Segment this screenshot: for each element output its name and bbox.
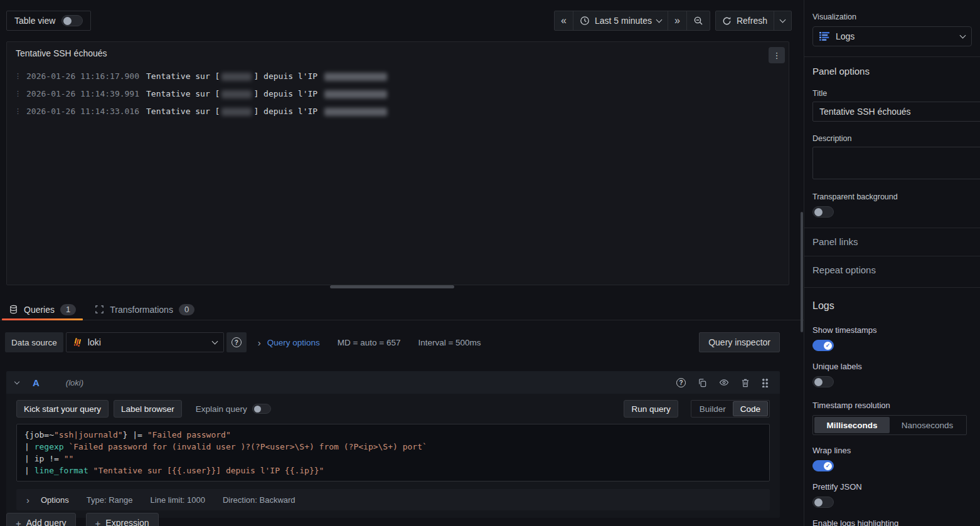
time-controls: « Last 5 minutes » Refresh <box>554 11 792 31</box>
prettify-json-toggle[interactable] <box>812 497 834 508</box>
datasource-name: loki <box>88 337 208 347</box>
code-editor[interactable]: {job=~"ssh|journald"} |= "Failed passwor… <box>16 424 770 481</box>
builder-mode-option[interactable]: Builder <box>693 401 733 416</box>
plus-icon: + <box>95 518 101 526</box>
delete-query-trash-icon[interactable] <box>741 378 750 387</box>
show-timestamps-toggle[interactable]: ✓ <box>812 340 834 351</box>
option-direction: Direction: Backward <box>223 495 296 505</box>
query-row-header[interactable]: A (loki) ? <box>6 371 780 394</box>
toggle-knob <box>814 208 823 216</box>
code-line[interactable]: | line_format "Tentative sur [{{.user}}]… <box>24 465 762 476</box>
option-type: Type: Range <box>87 495 133 505</box>
query-editor-body: Kick start your query Label browser Expl… <box>6 394 780 518</box>
code-token: "Tentative sur [{{.user}}] depuis l'IP {… <box>93 466 324 475</box>
datasource-row: Data source loki ? › Query options MD = … <box>5 331 780 354</box>
query-help-icon[interactable]: ? <box>676 378 686 387</box>
prettify-json-label: Prettify JSON <box>812 482 980 492</box>
toggle-knob <box>814 498 823 507</box>
log-message: Tentative sur [] depuis l'IP <box>146 89 389 98</box>
milliseconds-option[interactable]: Milliseconds <box>814 417 890 433</box>
redacted-ip <box>324 108 387 116</box>
zoom-out-time-button[interactable] <box>686 11 710 30</box>
visualization-picker[interactable]: Logs <box>812 26 972 46</box>
time-range-group: « Last 5 minutes » <box>554 11 710 31</box>
tab-transformations[interactable]: Transformations 0 <box>87 299 202 320</box>
code-line[interactable]: | ip != "" <box>24 453 762 465</box>
time-range-picker[interactable]: Last 5 minutes <box>573 11 668 30</box>
table-view-control: Table view <box>6 11 91 31</box>
query-ref-id[interactable]: A <box>33 377 40 388</box>
datasource-help-button[interactable]: ? <box>226 332 247 352</box>
editor-tabs: Queries 1 Transformations 0 <box>0 299 804 320</box>
panel-resize-handle[interactable] <box>330 285 454 288</box>
kick-start-query-button[interactable]: Kick start your query <box>16 400 109 418</box>
label-browser-button[interactable]: Label browser <box>114 400 182 418</box>
tab-queries[interactable]: Queries 1 <box>1 299 83 320</box>
table-view-toggle[interactable] <box>61 15 83 26</box>
code-line[interactable]: {job=~"ssh|journald"} |= "Failed passwor… <box>24 429 762 441</box>
repeat-options-section[interactable]: Repeat options <box>812 265 980 275</box>
log-timestamp: 2026-01-26 11:14:33.016 <box>26 107 139 116</box>
redacted-user <box>221 108 252 116</box>
run-query-button[interactable]: Run query <box>624 400 678 418</box>
divider <box>804 228 980 228</box>
datasource-picker[interactable]: loki <box>66 332 224 352</box>
timestamp-resolution-label: Timestamp resolution <box>812 401 980 410</box>
redacted-ip <box>324 90 387 98</box>
log-row[interactable]: ⋮2026-01-26 11:16:17.900Tentative sur []… <box>14 67 781 85</box>
collapse-chevron-icon[interactable] <box>14 379 19 384</box>
panel-title-input[interactable] <box>812 102 980 122</box>
panel-links-section[interactable]: Panel links <box>812 236 980 247</box>
kebab-icon: ⋮ <box>773 51 781 60</box>
unique-labels-label: Unique labels <box>812 362 980 371</box>
chevron-down-icon <box>211 339 218 345</box>
code-token: "Failed password" <box>147 430 231 439</box>
option-line-limit: Line limit: 1000 <box>151 495 205 505</box>
double-chevron-right-icon: » <box>674 16 680 26</box>
wrap-lines-label: Wrap lines <box>812 446 980 455</box>
refresh-button[interactable]: Refresh <box>716 11 774 30</box>
refresh-group: Refresh <box>715 11 792 31</box>
panel-options-sidebar: Visualization Logs Panel options Title D… <box>804 0 980 526</box>
code-line[interactable]: | regexp `Failed password for (invalid u… <box>24 441 762 453</box>
query-options-row: › Options Type: Range Line limit: 1000 D… <box>16 489 770 510</box>
time-shift-back-button[interactable]: « <box>555 11 573 30</box>
query-inspector-button[interactable]: Query inspector <box>699 332 780 352</box>
panel-editor-main: Table view « Last 5 minutes » <box>0 0 804 526</box>
loki-icon <box>73 337 83 347</box>
panel-menu-button[interactable]: ⋮ <box>769 47 785 63</box>
divider <box>804 256 980 256</box>
add-expression-button[interactable]: + Expression <box>86 513 159 526</box>
drag-handle-icon[interactable] <box>762 377 769 387</box>
log-row-menu-icon[interactable]: ⋮ <box>14 72 19 80</box>
log-timestamp: 2026-01-26 11:16:17.900 <box>26 71 139 81</box>
options-toggle-label[interactable]: Options <box>41 495 69 505</box>
chevron-down-icon <box>960 33 966 39</box>
refresh-interval-dropdown[interactable] <box>774 11 791 30</box>
log-row-menu-icon[interactable]: ⋮ <box>14 107 19 115</box>
hide-query-eye-icon[interactable] <box>719 377 729 387</box>
panel-description-textarea[interactable] <box>812 147 980 179</box>
code-mode-option[interactable]: Code <box>733 401 768 416</box>
nanoseconds-option[interactable]: Nanoseconds <box>890 417 965 433</box>
log-row[interactable]: ⋮2026-01-26 11:14:33.016Tentative sur []… <box>14 102 781 120</box>
timestamp-resolution-switch: Milliseconds Nanoseconds <box>812 415 967 435</box>
transparent-bg-toggle[interactable] <box>812 206 834 218</box>
table-view-label: Table view <box>14 16 55 26</box>
time-shift-forward-button[interactable]: » <box>668 11 686 30</box>
add-query-button[interactable]: + Add query <box>6 513 76 526</box>
code-token <box>88 466 93 475</box>
tab-transformations-label: Transformations <box>110 305 173 315</box>
explain-query-toggle[interactable] <box>252 404 271 414</box>
visualization-label: Visualization <box>812 13 980 21</box>
unique-labels-toggle[interactable] <box>812 376 834 387</box>
duplicate-query-icon[interactable] <box>698 378 707 387</box>
chevron-right-icon: › <box>26 495 29 505</box>
query-options-link[interactable]: Query options <box>267 338 320 347</box>
wrap-lines-toggle[interactable]: ✓ <box>812 460 834 471</box>
query-editor-card: A (loki) ? Kick start your query Label b… <box>6 371 780 518</box>
log-row-menu-icon[interactable]: ⋮ <box>14 90 19 98</box>
log-message: Tentative sur [] depuis l'IP <box>146 71 389 81</box>
scrollbar-thumb[interactable] <box>801 212 803 332</box>
log-row[interactable]: ⋮2026-01-26 11:14:39.991Tentative sur []… <box>14 85 781 102</box>
